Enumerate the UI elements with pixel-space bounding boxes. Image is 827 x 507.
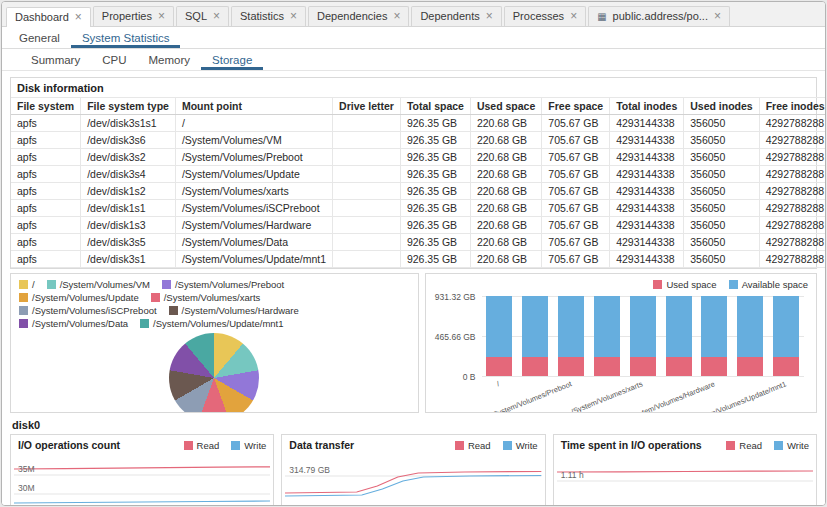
legend-item-read: Read <box>455 440 491 451</box>
tab-close-icon[interactable]: × <box>714 10 721 22</box>
disk-information-title: Disk information <box>11 78 816 97</box>
stacked-bar-system-volumes-vm <box>522 296 548 376</box>
disk-table-row: apfs/dev/disk1s2/System/Volumes/xarts926… <box>11 183 825 200</box>
y-axis-tick-label: 465.66 GB <box>435 332 476 342</box>
doc-tab-dashboard[interactable]: Dashboard× <box>6 7 91 27</box>
disk-table-cell: 4292788288 <box>759 166 825 183</box>
x-axis-label-text: / <box>496 379 501 388</box>
doc-tab-label: Dependencies <box>317 10 387 22</box>
doc-tab-processes[interactable]: Processes× <box>504 6 586 26</box>
disk-information-panel: Disk information File systemFile system … <box>10 77 817 269</box>
doc-tab-properties[interactable]: Properties× <box>93 6 174 26</box>
disk-table-cell: 4293144338 <box>610 115 684 132</box>
disk-table-cell: 4293144338 <box>610 166 684 183</box>
disk-table-cell: 356050 <box>684 132 759 149</box>
disk-space-bar-panel: Used spaceAvailable space 931.32 GB465.6… <box>425 273 818 413</box>
stacked-bar-system-volumes-xarts <box>630 296 656 376</box>
disk-table-cell: 4292788288 <box>759 149 825 166</box>
disk-table-cell: 705.67 GB <box>542 251 610 268</box>
disk-table-cell: /System/Volumes/iSCPreboot <box>175 200 332 217</box>
y-axis-tick-label: 35M <box>18 464 35 474</box>
disk-table-cell: 705.67 GB <box>542 234 610 251</box>
tab-general[interactable]: General <box>8 27 71 48</box>
disk-table-cell <box>333 234 401 251</box>
doc-tab-dependents[interactable]: Dependents× <box>411 6 501 26</box>
disk-table-cell: apfs <box>11 183 81 200</box>
disk-table-row: apfs/dev/disk3s4/System/Volumes/Update92… <box>11 166 825 183</box>
tab-close-icon[interactable]: × <box>570 10 577 22</box>
disk-table-row: apfs/dev/disk3s6/System/Volumes/VM926.35… <box>11 132 825 149</box>
disk-table-cell: 4292788288 <box>759 200 825 217</box>
tab-system-statistics[interactable]: System Statistics <box>71 27 181 48</box>
available-space-segment <box>522 296 548 357</box>
doc-tab-public-address-po[interactable]: ▦public.address/po...× <box>588 6 730 26</box>
disk-table-cell: apfs <box>11 166 81 183</box>
disk-table-cell: 4293144338 <box>610 200 684 217</box>
system-statistics-sub-tabs: SummaryCPUMemoryStorage <box>2 49 825 71</box>
legend-swatch <box>726 441 735 450</box>
doc-tab-sql[interactable]: SQL× <box>176 6 229 26</box>
tab-storage[interactable]: Storage <box>201 49 263 70</box>
disk-table-cell: 926.35 GB <box>400 149 470 166</box>
legend-swatch <box>169 306 178 315</box>
doc-tab-label: Dashboard <box>15 11 69 23</box>
disk-table-cell: 705.67 GB <box>542 115 610 132</box>
doc-tab-statistics[interactable]: Statistics× <box>231 6 306 26</box>
disk-table-body: apfs/dev/disk3s1s1/926.35 GB220.68 GB705… <box>11 115 825 268</box>
disk-table-cell: 4293144338 <box>610 251 684 268</box>
disk-table-cell: /System/Volumes/Update <box>175 166 332 183</box>
legend-item-system-volumes-hardware: /System/Volumes/Hardware <box>169 305 299 316</box>
tab-close-icon[interactable]: × <box>213 10 220 22</box>
legend-item-system-volumes-xarts: /System/Volumes/xarts <box>151 292 261 303</box>
disk-table-cell: 4293144338 <box>610 234 684 251</box>
disk-table-cell <box>333 132 401 149</box>
disk-table-cell: 4292788288 <box>759 217 825 234</box>
stacked-bar-system-volumes-update-mnt1 <box>773 296 799 376</box>
panel-i-o-operations-count: I/O operations countReadWrite35M30M <box>10 434 274 505</box>
document-tabbar: Dashboard×Properties×SQL×Statistics×Depe… <box>2 2 825 27</box>
panel-data-transfer: Data transferReadWrite314.79 GB <box>281 434 545 505</box>
tab-close-icon[interactable]: × <box>393 10 400 22</box>
tab-close-icon[interactable]: × <box>158 10 165 22</box>
legend-label: /System/Volumes/Update <box>32 292 139 303</box>
bar-chart-legend: Used spaceAvailable space <box>653 279 808 290</box>
line-chart-data-transfer: 314.79 GB <box>285 456 541 505</box>
used-space-segment <box>594 357 620 376</box>
disk-table-cell: 4293144338 <box>610 132 684 149</box>
column-header-used-space: Used space <box>470 98 541 115</box>
disk-table-header-row: File systemFile system typeMount pointDr… <box>11 98 825 115</box>
legend-item-used-space: Used space <box>653 279 716 290</box>
disk0-section-title: disk0 <box>12 419 815 431</box>
legend-swatch <box>19 319 28 328</box>
doc-tab-dependencies[interactable]: Dependencies× <box>308 6 409 26</box>
legend-swatch <box>140 319 149 328</box>
column-header-used-inodes: Used inodes <box>684 98 759 115</box>
available-space-segment <box>558 296 584 357</box>
column-header-file-system: File system <box>11 98 81 115</box>
panel-title: Data transfer <box>289 439 354 451</box>
disk-table-cell: 220.68 GB <box>470 115 541 132</box>
disk-table-cell: 705.67 GB <box>542 183 610 200</box>
tab-close-icon[interactable]: × <box>290 10 297 22</box>
tab-cpu[interactable]: CPU <box>91 49 137 70</box>
legend-item-system-volumes-iscpreboot: /System/Volumes/iSCPreboot <box>19 305 157 316</box>
tab-close-icon[interactable]: × <box>486 10 493 22</box>
tab-close-icon[interactable]: × <box>75 11 82 23</box>
disk-table-cell: 356050 <box>684 115 759 132</box>
tab-summary[interactable]: Summary <box>20 49 91 70</box>
disk-table-cell: 926.35 GB <box>400 251 470 268</box>
tab-memory[interactable]: Memory <box>137 49 201 70</box>
panel-legend: ReadWrite <box>455 440 538 451</box>
disk-table-cell: 356050 <box>684 251 759 268</box>
legend-item-system-volumes-data: /System/Volumes/Data <box>19 318 128 329</box>
disk-table-cell: apfs <box>11 234 81 251</box>
available-space-segment <box>773 296 799 357</box>
disk-table-cell: apfs <box>11 200 81 217</box>
legend-item-system-volumes-update-mnt1: /System/Volumes/Update/mnt1 <box>140 318 283 329</box>
disk-table-row: apfs/dev/disk3s1s1/926.35 GB220.68 GB705… <box>11 115 825 132</box>
column-header-mount-point: Mount point <box>175 98 332 115</box>
disk-table-cell <box>333 200 401 217</box>
disk-table-cell: 220.68 GB <box>470 183 541 200</box>
disk-table-cell: 4292788288 <box>759 115 825 132</box>
column-header-file-system-type: File system type <box>81 98 176 115</box>
